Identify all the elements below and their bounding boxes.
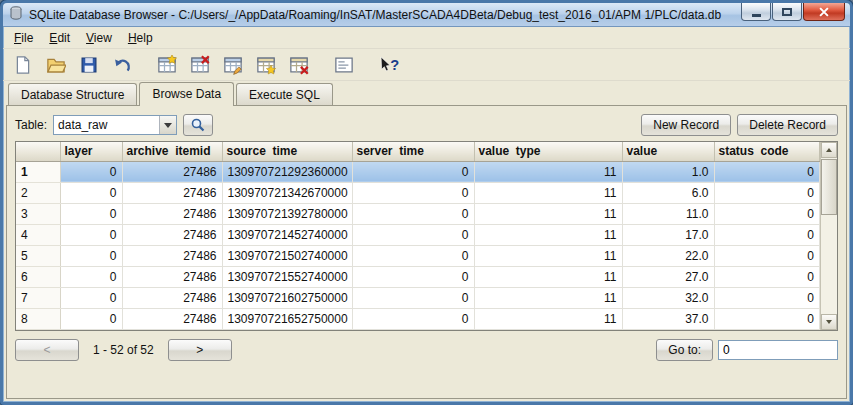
minimize-button[interactable] — [741, 3, 771, 21]
table-cell[interactable]: 27486 — [122, 287, 222, 308]
close-button[interactable] — [803, 3, 845, 21]
row-number[interactable]: 4 — [16, 224, 60, 245]
table-cell[interactable]: 0 — [60, 308, 122, 329]
sql-log-button[interactable] — [329, 51, 359, 79]
table-cell[interactable]: 130970721552740000 — [222, 266, 352, 287]
table-cell[interactable]: 11 — [474, 161, 622, 182]
table-cell[interactable]: 27486 — [122, 224, 222, 245]
table-cell[interactable]: 0 — [352, 266, 474, 287]
table-cell[interactable]: 6.0 — [622, 182, 714, 203]
menu-file[interactable]: File — [6, 28, 41, 48]
write-changes-button[interactable] — [74, 51, 104, 79]
table-cell[interactable]: 0 — [352, 161, 474, 182]
create-table-button[interactable] — [152, 51, 182, 79]
table-cell[interactable]: 27486 — [122, 266, 222, 287]
table-cell[interactable]: 11 — [474, 266, 622, 287]
table-cell[interactable]: 0 — [60, 266, 122, 287]
tab-database-structure[interactable]: Database Structure — [8, 83, 137, 105]
new-database-button[interactable] — [8, 51, 38, 79]
table-cell[interactable]: 0 — [60, 182, 122, 203]
table-cell[interactable]: 17.0 — [622, 224, 714, 245]
tab-browse-data[interactable]: Browse Data — [139, 82, 234, 106]
table-cell[interactable]: 0 — [714, 224, 820, 245]
scroll-down-button[interactable] — [821, 314, 837, 330]
row-number[interactable]: 3 — [16, 203, 60, 224]
table-cell[interactable]: 0 — [714, 266, 820, 287]
table-row[interactable]: 502748613097072150274000001122.00 — [16, 245, 820, 266]
row-number[interactable]: 8 — [16, 308, 60, 329]
table-cell[interactable]: 11 — [474, 203, 622, 224]
combo-dropdown-button[interactable] — [159, 116, 176, 134]
goto-button[interactable]: Go to: — [656, 339, 713, 361]
revert-changes-button[interactable] — [107, 51, 137, 79]
table-cell[interactable]: 11 — [474, 182, 622, 203]
table-cell[interactable]: 27.0 — [622, 266, 714, 287]
table-cell[interactable]: 130970721342670000 — [222, 182, 352, 203]
column-header[interactable]: status code — [714, 142, 820, 161]
table-cell[interactable]: 0 — [352, 224, 474, 245]
table-row[interactable]: 302748613097072139278000001111.00 — [16, 203, 820, 224]
column-header[interactable]: server time — [352, 142, 474, 161]
table-cell[interactable]: 0 — [714, 203, 820, 224]
open-database-button[interactable] — [41, 51, 71, 79]
vertical-scrollbar[interactable] — [820, 142, 837, 330]
table-cell[interactable]: 27486 — [122, 245, 222, 266]
table-cell[interactable]: 22.0 — [622, 245, 714, 266]
table-cell[interactable]: 37.0 — [622, 308, 714, 329]
table-cell[interactable]: 1.0 — [622, 161, 714, 182]
title-bar[interactable]: SQLite Database Browser - C:/Users/_/App… — [3, 3, 850, 27]
table-cell[interactable]: 27486 — [122, 182, 222, 203]
delete-index-button[interactable] — [284, 51, 314, 79]
column-header[interactable]: archive itemid — [122, 142, 222, 161]
row-number[interactable]: 5 — [16, 245, 60, 266]
table-cell[interactable]: 130970721652750000 — [222, 308, 352, 329]
table-cell[interactable]: 11 — [474, 245, 622, 266]
create-index-button[interactable] — [251, 51, 281, 79]
scrollbar-thumb[interactable] — [821, 159, 837, 215]
table-row[interactable]: 602748613097072155274000001127.00 — [16, 266, 820, 287]
table-cell[interactable]: 27486 — [122, 308, 222, 329]
table-cell[interactable]: 0 — [714, 308, 820, 329]
scrollbar-track[interactable] — [821, 158, 837, 314]
table-cell[interactable]: 11 — [474, 308, 622, 329]
table-row[interactable]: 802748613097072165275000001137.00 — [16, 308, 820, 329]
table-cell[interactable]: 32.0 — [622, 287, 714, 308]
row-number[interactable]: 2 — [16, 182, 60, 203]
menu-edit[interactable]: Edit — [41, 28, 78, 48]
table-cell[interactable]: 0 — [352, 182, 474, 203]
table-cell[interactable]: 27486 — [122, 203, 222, 224]
table-cell[interactable]: 0 — [352, 203, 474, 224]
column-header[interactable]: layer — [60, 142, 122, 161]
table-cell[interactable]: 0 — [60, 224, 122, 245]
column-header[interactable]: source time — [222, 142, 352, 161]
delete-record-button[interactable]: Delete Record — [737, 114, 838, 136]
table-cell[interactable]: 0 — [714, 245, 820, 266]
table-cell[interactable]: 0 — [352, 245, 474, 266]
table-cell[interactable]: 130970721292360000 — [222, 161, 352, 182]
next-page-button[interactable]: > — [168, 339, 232, 361]
row-number[interactable]: 1 — [16, 161, 60, 182]
table-cell[interactable]: 0 — [714, 287, 820, 308]
row-number[interactable]: 7 — [16, 287, 60, 308]
modify-table-button[interactable] — [218, 51, 248, 79]
table-cell[interactable]: 11 — [474, 224, 622, 245]
table-cell[interactable]: 0 — [60, 203, 122, 224]
row-number[interactable]: 6 — [16, 266, 60, 287]
table-cell[interactable]: 0 — [714, 182, 820, 203]
menu-help[interactable]: Help — [120, 28, 161, 48]
table-cell[interactable]: 0 — [60, 161, 122, 182]
table-row[interactable]: 702748613097072160275000001132.00 — [16, 287, 820, 308]
table-row[interactable]: 402748613097072145274000001117.00 — [16, 224, 820, 245]
table-cell[interactable]: 0 — [60, 287, 122, 308]
menu-view[interactable]: View — [78, 28, 120, 48]
table-cell[interactable]: 0 — [352, 287, 474, 308]
tab-execute-sql[interactable]: Execute SQL — [236, 83, 333, 105]
whats-this-button[interactable]: ? — [374, 51, 404, 79]
table-cell[interactable]: 27486 — [122, 161, 222, 182]
table-cell[interactable]: 130970721502740000 — [222, 245, 352, 266]
delete-table-button[interactable] — [185, 51, 215, 79]
maximize-button[interactable] — [772, 3, 802, 21]
table-cell[interactable]: 130970721602750000 — [222, 287, 352, 308]
table-cell[interactable]: 0 — [714, 161, 820, 182]
table-row[interactable]: 20274861309707213426700000116.00 — [16, 182, 820, 203]
